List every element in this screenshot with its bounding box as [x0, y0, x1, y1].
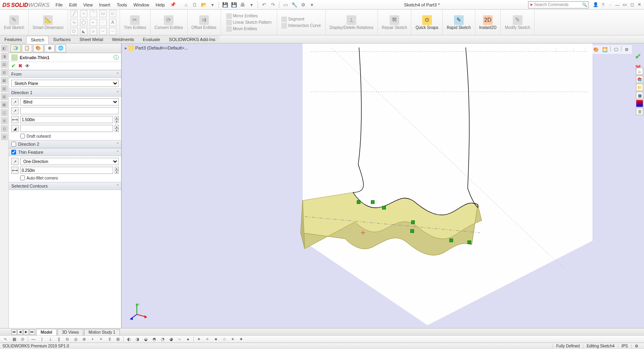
graphics-area[interactable]: ▸ Part3 (Default<<Default>... 🔍 🔎 ↩ ◧ 🎲 … [122, 43, 644, 328]
sb-e[interactable]: ◔ [159, 336, 166, 343]
tab-nav-first[interactable]: ⏮ [11, 329, 17, 335]
rapid-sketch-button[interactable]: ✎Rapid Sketch [445, 14, 472, 31]
draft-angle-input[interactable] [20, 125, 113, 132]
lt-12[interactable]: ⊠ [1, 134, 8, 140]
dir1-vector-input[interactable] [20, 107, 119, 114]
chamfer-tool[interactable]: ◣ [80, 28, 87, 35]
help-icon[interactable]: ⓘ [114, 54, 119, 61]
pm-tab-globe[interactable]: 🌐 [56, 44, 66, 52]
circle-tool[interactable]: ○ [80, 10, 87, 17]
redo-icon[interactable]: ↷ [269, 1, 277, 8]
thk-spinner[interactable]: ▲▼ [115, 167, 119, 174]
move-entities-button[interactable]: Move Entities [226, 26, 272, 32]
pm-tab-feature[interactable]: 🧊 [10, 44, 21, 52]
sb-a[interactable]: ◐ [126, 336, 132, 343]
open-icon[interactable]: 📂 [200, 1, 207, 8]
tab-features[interactable]: Features [0, 35, 26, 43]
instant2d-button[interactable]: 2DInstant2D [478, 14, 498, 31]
tab-sheetmetal[interactable]: Sheet Metal [75, 35, 107, 43]
lt-5[interactable]: ▦ [1, 77, 8, 84]
lt-10[interactable]: ⊞ [1, 118, 8, 124]
sb-select[interactable]: ↖ [2, 336, 9, 343]
status-custom-icon[interactable]: ⚙ [631, 344, 642, 348]
ellipse-tool[interactable]: ◯ [80, 19, 87, 26]
sb-midpoint[interactable]: • [89, 336, 96, 343]
pm-tab-dim[interactable]: ⊕ [44, 44, 55, 52]
intersection-curve-button[interactable]: Intersection Curve [281, 23, 321, 29]
modify-sketch-button[interactable]: ✎Modify Sketch [503, 14, 532, 31]
rebuild-icon[interactable]: 🔧 [291, 1, 298, 8]
spline-tool[interactable]: ∿ [70, 19, 78, 26]
centerline-tool[interactable]: ┄ [99, 28, 107, 35]
menu-insert[interactable]: Insert [96, 1, 114, 9]
sb-fix[interactable]: ⊠ [115, 336, 121, 343]
tab-sketch[interactable]: Sketch [26, 36, 49, 43]
undo-icon[interactable]: ↶ [260, 1, 268, 8]
more-tool[interactable]: ⋯ [109, 28, 116, 35]
draft-icon[interactable]: ◢ [11, 125, 19, 132]
section-direction1[interactable]: Direction 1˄ [9, 89, 121, 97]
from-select[interactable]: Sketch Plane [11, 80, 119, 87]
lt-4[interactable]: ▥ [1, 69, 8, 76]
dir-vector-icon[interactable]: ↗ [11, 107, 19, 114]
pin-icon[interactable]: 📌 [168, 2, 178, 7]
section-direction2[interactable]: Direction 2˅ [9, 140, 121, 148]
user-icon[interactable]: 👤 [592, 2, 599, 8]
dir1-type-select[interactable]: Blind [20, 98, 119, 105]
search-commands-input[interactable]: ➤ Search Commands 🔍 [528, 1, 588, 8]
plane-tool[interactable]: ▱ [90, 28, 97, 35]
pm-tab-display[interactable]: 🎨 [33, 44, 43, 52]
close-icon[interactable]: ✕ [636, 2, 642, 8]
save-icon[interactable]: 💾 [221, 1, 229, 8]
section-from[interactable]: From˄ [9, 70, 121, 78]
restore-icon[interactable]: ▭ [621, 2, 628, 8]
menu-view[interactable]: View [80, 1, 96, 9]
sb-f[interactable]: ◕ [168, 336, 174, 343]
point-tool[interactable]: · [99, 19, 107, 26]
sb-i[interactable]: ✦ [196, 336, 202, 343]
save-dropdown-icon[interactable]: ▾ [209, 1, 216, 8]
sb-parallel[interactable]: ∥ [56, 336, 62, 343]
lt-2[interactable]: ◨ [1, 53, 8, 60]
segment-button[interactable]: Segment [281, 17, 321, 22]
slot-tool[interactable]: ⬭ [109, 10, 116, 17]
text-tool[interactable]: A [109, 19, 116, 26]
sb-d[interactable]: ◓ [151, 336, 157, 343]
lt-6[interactable]: ▧ [1, 85, 8, 92]
options-icon[interactable]: ⚙ [299, 1, 307, 8]
dir1-depth-input[interactable] [20, 116, 113, 123]
sb-n[interactable]: ✷ [238, 336, 244, 343]
sb-m[interactable]: ✶ [229, 336, 236, 343]
pm-tab-config[interactable]: 📋 [22, 44, 32, 52]
convert-entities-button[interactable]: ⟳Convert Entities [153, 14, 185, 31]
thin-reverse-icon[interactable]: ↗ [11, 158, 19, 165]
tab-3dviews[interactable]: 3D Views [58, 329, 83, 335]
tab-nav-next[interactable]: ▶ [23, 329, 29, 335]
dir2-checkbox[interactable] [11, 142, 16, 147]
help-icon[interactable]: ? [600, 2, 606, 8]
thin-thickness-input[interactable] [20, 167, 113, 174]
print-dd-icon[interactable]: ▾ [248, 1, 255, 8]
display-relations-button[interactable]: ⊥Display/Delete Relations [328, 14, 375, 31]
sb-horiz[interactable]: — [30, 336, 37, 343]
lt-8[interactable]: ▩ [1, 101, 8, 108]
sb-c[interactable]: ◒ [142, 336, 149, 343]
polygon-tool[interactable]: ⬡ [70, 28, 78, 35]
lt-3[interactable]: ▤ [1, 61, 8, 68]
menu-edit[interactable]: Edit [66, 1, 80, 9]
saveall-icon[interactable]: 💾 [230, 1, 237, 8]
arc-tool[interactable]: ⌒ [90, 10, 97, 17]
menu-help[interactable]: Help [153, 1, 168, 9]
tab-weldments[interactable]: Weldments [107, 35, 138, 43]
line-tool[interactable]: ╱ [70, 10, 78, 17]
reverse-dir-icon[interactable]: ↗ [11, 98, 19, 105]
rect-tool[interactable]: ▭ [99, 10, 107, 17]
lt-11[interactable]: ⊟ [1, 126, 8, 132]
smart-dimension-button[interactable]: 📐Smart Dimension [31, 14, 65, 31]
tab-evaluate[interactable]: Evaluate [138, 35, 165, 43]
sb-concentric[interactable]: ◎ [72, 336, 79, 343]
sb-b[interactable]: ◑ [134, 336, 140, 343]
autofillet-checkbox[interactable] [20, 176, 25, 180]
maximize-icon[interactable]: ◻ [629, 2, 635, 8]
lt-9[interactable]: ◫ [1, 109, 8, 116]
